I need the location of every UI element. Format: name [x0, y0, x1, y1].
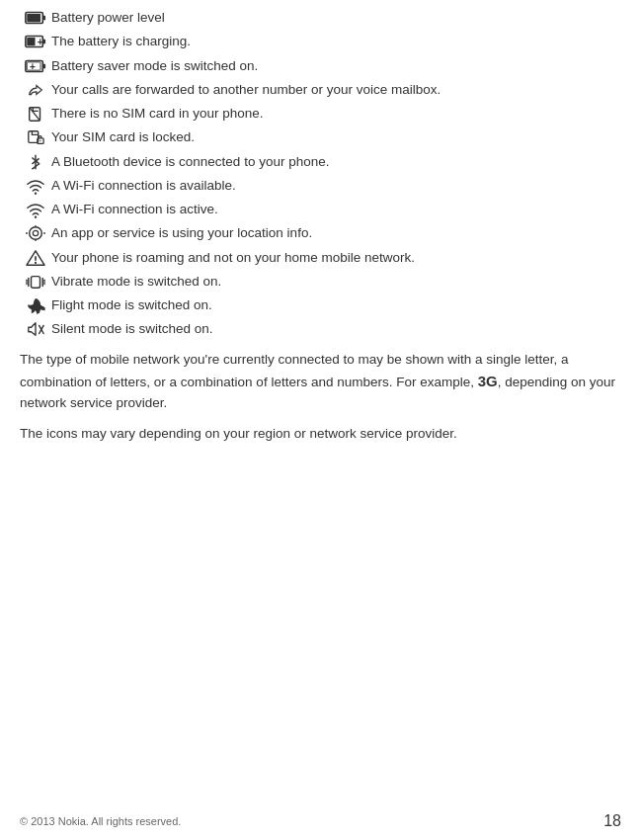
item-text: A Wi-Fi connection is available. [51, 176, 621, 196]
battery-icon [20, 8, 51, 27]
svg-point-18 [35, 192, 37, 194]
item-text: Silent mode is switched on. [51, 319, 621, 339]
svg-rect-8 [42, 63, 45, 68]
item-text: The battery is charging. [51, 32, 621, 51]
svg-point-20 [30, 227, 42, 240]
battery-charging-icon: + [20, 32, 51, 50]
network-type-paragraph: The type of mobile network you're curren… [20, 350, 621, 415]
flight-mode-icon [20, 295, 51, 314]
list-item: There is no SIM card in your phone. [20, 104, 621, 124]
list-item: + Battery saver mode is switched on. [20, 56, 621, 76]
page-number: 18 [603, 812, 621, 830]
list-item: Your calls are forwarded to another numb… [20, 80, 621, 100]
paragraph-text: The icons may vary depending on your reg… [20, 426, 457, 441]
svg-text:+: + [30, 61, 36, 72]
item-text: Your phone is roaming and not on your ho… [51, 248, 621, 268]
list-item: Flight mode is switched on. [20, 295, 621, 315]
silent-icon [20, 319, 51, 338]
item-text: Battery power level [51, 8, 621, 28]
item-text: There is no SIM card in your phone. [51, 104, 621, 124]
svg-point-21 [33, 231, 38, 236]
svg-text:+: + [38, 37, 43, 47]
svg-rect-1 [42, 16, 45, 21]
item-text: A Wi-Fi connection is active. [51, 200, 621, 219]
location-icon [20, 223, 51, 242]
svg-rect-5 [27, 38, 35, 45]
no-sim-icon [20, 104, 51, 123]
vibrate-icon [20, 272, 51, 291]
item-text: A Bluetooth device is connected to your … [51, 152, 621, 172]
bluetooth-icon [20, 152, 51, 171]
list-item: Vibrate mode is switched on. [20, 272, 621, 292]
list-item: A Wi-Fi connection is active. [20, 200, 621, 219]
copyright-text: © 2013 Nokia. All rights reserved. [20, 815, 181, 827]
wifi-available-icon [20, 176, 51, 195]
list-item: Battery power level [20, 8, 621, 28]
wifi-active-icon [20, 200, 51, 218]
svg-point-19 [35, 215, 37, 217]
list-item: Your SIM card is locked. [20, 127, 621, 147]
call-forward-icon [20, 80, 51, 99]
svg-point-15 [40, 140, 40, 141]
list-item: Your phone is roaming and not on your ho… [20, 248, 621, 268]
3g-bold-text: 3G [478, 373, 498, 389]
list-item: A Wi-Fi connection is available. [20, 176, 621, 196]
svg-rect-2 [27, 14, 40, 22]
item-text: Vibrate mode is switched on. [51, 272, 621, 292]
page-footer: © 2013 Nokia. All rights reserved. 18 [20, 812, 621, 830]
roaming-icon [20, 248, 51, 267]
battery-saver-icon: + [20, 56, 51, 75]
item-text: Your SIM card is locked. [51, 127, 621, 147]
svg-rect-29 [32, 276, 40, 288]
list-item: + The battery is charging. [20, 32, 621, 51]
list-item: Silent mode is switched on. [20, 319, 621, 339]
list-item: A Bluetooth device is connected to your … [20, 152, 621, 172]
svg-rect-4 [42, 40, 45, 44]
item-text: Flight mode is switched on. [51, 295, 621, 315]
list-item: An app or service is using your location… [20, 223, 621, 243]
item-text: Your calls are forwarded to another numb… [51, 80, 621, 100]
main-content: Battery power level + The battery is cha… [0, 0, 641, 490]
item-text: Battery saver mode is switched on. [51, 56, 621, 76]
icons-vary-paragraph: The icons may vary depending on your reg… [20, 424, 621, 445]
svg-line-12 [30, 108, 40, 122]
item-text: An app or service is using your location… [51, 223, 621, 243]
svg-point-28 [35, 261, 37, 263]
sim-locked-icon [20, 127, 51, 146]
